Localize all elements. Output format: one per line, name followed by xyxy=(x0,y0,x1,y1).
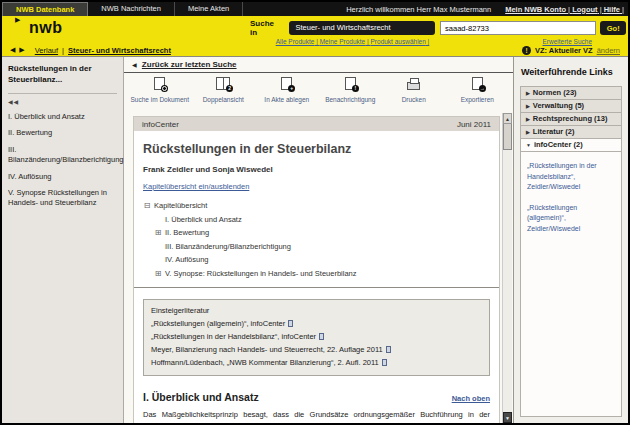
document-link-icon[interactable] xyxy=(319,333,324,340)
document-authors: Frank Zeidler und Sonja Wiswedel xyxy=(143,165,490,174)
welcome-text: Herzlich willkommen Herr Max Mustermann xyxy=(346,5,491,14)
toc-entry[interactable]: ⊞ II. Bewertung xyxy=(154,228,490,237)
document-issue-date: Juni 2011 xyxy=(457,120,491,129)
accordion-section[interactable]: ▶ Literatur (2) xyxy=(520,125,622,139)
add-to-file-icon: + xyxy=(281,77,292,90)
sidebar-chapter-link[interactable]: III. Bilanzänderung/Bilanzberichtigung xyxy=(8,145,117,165)
toc-toggle-link[interactable]: Kapitelübersicht ein/ausblenden xyxy=(143,182,249,191)
related-links-title: Weiterführende Links xyxy=(521,67,622,77)
scroll-down-icon[interactable]: ▼ xyxy=(503,412,512,423)
toc-entry[interactable]: III. Bilanzänderung/Bilanzberichtigung xyxy=(154,242,490,251)
product-scope-link[interactable]: Alle Produkte xyxy=(276,38,320,45)
toolbar-button[interactable]: ! Benachrichtigung xyxy=(319,76,383,103)
related-document-link[interactable]: „Rückstellungen in der Handelsbilanz“, Z… xyxy=(527,161,615,193)
sidebar-chapter-link[interactable]: I. Überblick und Ansatz xyxy=(8,112,117,122)
top-tab[interactable]: NWB Nachrichten xyxy=(88,2,175,16)
related-links-sidebar: Weiterführende Links ▶ Normen (23) ▶ Ver… xyxy=(514,57,628,423)
document-card: infoCenter Juni 2011 Rückstellungen in d… xyxy=(133,116,500,423)
top-navigation-bar: NWB DatenbankNWB NachrichtenMeine Akten … xyxy=(2,2,628,16)
expand-box-icon[interactable]: ⊞ xyxy=(154,269,162,278)
toc-entry[interactable]: IV. Auflösung xyxy=(154,255,490,264)
search-input[interactable] xyxy=(440,21,596,35)
literature-entry[interactable]: Meyer, Bilanzierung nach Handels- und St… xyxy=(151,343,482,356)
document-toolbar: Suche im Dokument 2 Doppelansicht + In A… xyxy=(124,73,513,107)
scrollbar-thumb[interactable] xyxy=(503,124,512,150)
account-link[interactable]: Logout xyxy=(572,5,604,14)
accordion-toggle-icon: ▶ xyxy=(526,87,530,99)
sidebar-chapter-link[interactable]: IV. Auflösung xyxy=(8,172,117,182)
product-scope-link[interactable]: Meine Produkte xyxy=(320,38,371,45)
toc-entry[interactable]: I. Überblick und Ansatz xyxy=(154,215,490,224)
infocenter-links-panel: „Rückstellungen in der Handelsbilanz“, Z… xyxy=(520,152,622,417)
product-scope-link[interactable]: Produkt auswählen xyxy=(371,38,430,45)
document-link-icon[interactable] xyxy=(288,320,293,327)
vz-status: VZ: Aktueller VZ xyxy=(535,46,593,55)
document-view: ◀ Zurück zur letzten Suche Suche im Doku… xyxy=(124,57,514,423)
toc-root-label: Kapitelübersicht xyxy=(154,201,207,210)
account-link[interactable]: Mein NWB Konto xyxy=(505,5,572,14)
accordion-section[interactable]: ▶ Normen (23) xyxy=(520,86,622,100)
expand-box-icon[interactable]: ⊞ xyxy=(154,228,162,237)
history-back-icon[interactable]: ◀ xyxy=(10,46,16,53)
back-to-search-link[interactable]: Zurück zur letzten Suche xyxy=(142,60,237,69)
toolbar-button[interactable]: + In Akte ablegen xyxy=(255,76,319,103)
breadcrumb: ◀ ▶ Verlauf | Steuer- und Wirtschaftsrec… xyxy=(2,44,628,57)
dual-view-icon: 2 xyxy=(216,77,230,90)
starter-literature-box: Einsteigerliteratur „Rückstellungen (all… xyxy=(143,299,490,377)
sidebar-chapter-link[interactable]: V. Synopse Rückstellungen in Handels- un… xyxy=(8,188,117,208)
document-outline-sidebar: Rückstellungen in der Steuerbilanz... ◀◀… xyxy=(2,57,124,423)
accordion-toggle-icon: ▼ xyxy=(526,139,531,151)
accordion-section[interactable]: ▶ Verwaltung (5) xyxy=(520,99,622,113)
accordion-section[interactable]: ▼ infoCenter (2) xyxy=(520,138,622,152)
logo-arrow-icon: ▶ xyxy=(15,16,20,24)
export-icon: → xyxy=(472,77,483,90)
icon-badge xyxy=(161,85,168,92)
related-document-link[interactable]: „Rückstellungen (allgemein)“, Zeidler/Wi… xyxy=(527,203,615,235)
toolbar-button[interactable]: 2 Doppelansicht xyxy=(192,76,256,103)
section-heading: I. Überblick und Ansatz xyxy=(143,391,259,403)
literature-entry[interactable]: Hoffmann/Lüdenbach, „NWB Kommentar Bilan… xyxy=(151,356,482,369)
collapse-box-icon[interactable]: ⊟ xyxy=(143,201,151,210)
scroll-up-icon[interactable]: ▲ xyxy=(503,113,512,124)
icon-badge: ! xyxy=(352,85,359,92)
toolbar-button[interactable]: → Exportieren xyxy=(446,76,510,103)
chapter-overview: ⊟ Kapitelübersicht I. Überblick und Ansa… xyxy=(143,201,490,278)
literature-heading: Einsteigerliteratur xyxy=(151,304,482,317)
notification-icon: ! xyxy=(345,77,356,90)
go-button[interactable]: Go! xyxy=(600,21,626,35)
vertical-scrollbar[interactable]: ▲ ▼ xyxy=(502,113,512,423)
history-forward-icon[interactable]: ▶ xyxy=(19,46,25,53)
sidebar-document-title: Rückstellungen in der Steuerbilanz... xyxy=(8,64,117,86)
search-in-document-icon xyxy=(154,77,165,90)
toolbar-button[interactable]: Suche im Dokument xyxy=(128,76,192,103)
document-link-icon[interactable] xyxy=(386,346,391,353)
back-to-top-link[interactable]: Nach oben xyxy=(452,394,490,403)
verlauf-link[interactable]: Verlauf xyxy=(35,46,58,55)
top-tab[interactable]: Meine Akten xyxy=(175,2,243,16)
nwb-database-window: NWB DatenbankNWB NachrichtenMeine Akten … xyxy=(0,0,630,425)
accordion-section[interactable]: ▶ Rechtsprechung (13) xyxy=(520,112,622,126)
account-link[interactable]: Hilfe xyxy=(604,5,624,14)
vz-change-link[interactable]: ändern xyxy=(597,46,620,55)
body-paragraph: Das Maßgeblichkeitsprinzip besagt, dass … xyxy=(143,409,490,423)
breadcrumb-path[interactable]: Steuer- und Wirtschaftsrecht xyxy=(68,46,171,55)
document-link-icon[interactable] xyxy=(382,359,387,366)
sidebar-chapter-link[interactable]: II. Bewertung xyxy=(8,128,117,138)
accordion-toggle-icon: ▶ xyxy=(526,113,530,125)
sidebar-collapse-icon[interactable]: ◀◀ xyxy=(8,98,117,105)
icon-badge: → xyxy=(479,85,486,92)
literature-entry[interactable]: „Rückstellungen (allgemein)“, infoCenter xyxy=(151,317,482,330)
document-category: infoCenter xyxy=(142,120,179,129)
nwb-logo: nwb xyxy=(29,19,63,37)
toolbar-button[interactable]: Drucken xyxy=(382,76,446,103)
toc-entry[interactable]: ⊞ V. Synopse: Rückstellungen in Handels-… xyxy=(154,269,490,278)
literature-entry[interactable]: „Rückstellungen in der Handelsbilanz“, i… xyxy=(151,330,482,343)
search-in-label: Suche in xyxy=(250,19,283,37)
back-arrow-icon: ◀ xyxy=(132,62,137,68)
vz-alert-icon: ! xyxy=(522,46,531,55)
search-scope-dropdown[interactable]: Steuer- und Wirtschaftsrecht xyxy=(289,21,436,35)
search-header: ▶ nwb Suche in Steuer- und Wirtschaftsre… xyxy=(2,16,628,44)
advanced-search-link[interactable]: Erweiterte Suche xyxy=(543,38,627,45)
top-tab[interactable]: NWB Datenbank xyxy=(2,2,88,16)
document-title: Rückstellungen in der Steuerbilanz xyxy=(143,142,490,156)
